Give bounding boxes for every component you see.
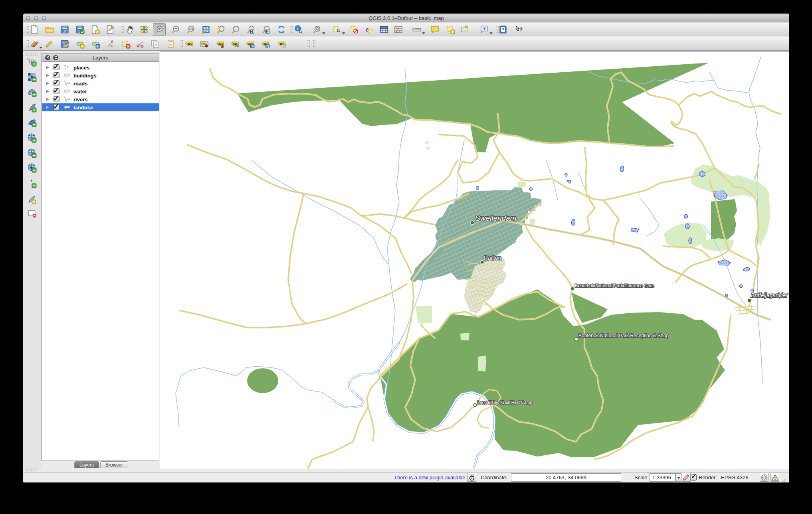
svg-text:Bontebok National Park Entranc: Bontebok National Park Entrance Gate [575,283,654,288]
svg-text:Lang Elsies Kraal Rest Camp: Lang Elsies Kraal Rest Camp [477,400,532,405]
svg-text:abc: abc [233,42,238,45]
svg-text:?: ? [519,26,523,32]
svg-text:Buffeljagsrivier: Buffeljagsrivier [751,292,788,299]
svg-text:T: T [483,27,486,31]
svg-text:ab: ab [202,42,205,44]
svg-text:Swellendam: Swellendam [475,214,517,222]
svg-text:i: i [297,26,299,31]
svg-text:Bontebok National Park Recepti: Bontebok National Park Reception & Shop [578,333,669,338]
svg-text:abc: abc [187,42,192,45]
svg-text:?: ? [502,27,505,32]
svg-text:1:1: 1:1 [189,28,193,30]
svg-text:Railton: Railton [484,255,501,261]
